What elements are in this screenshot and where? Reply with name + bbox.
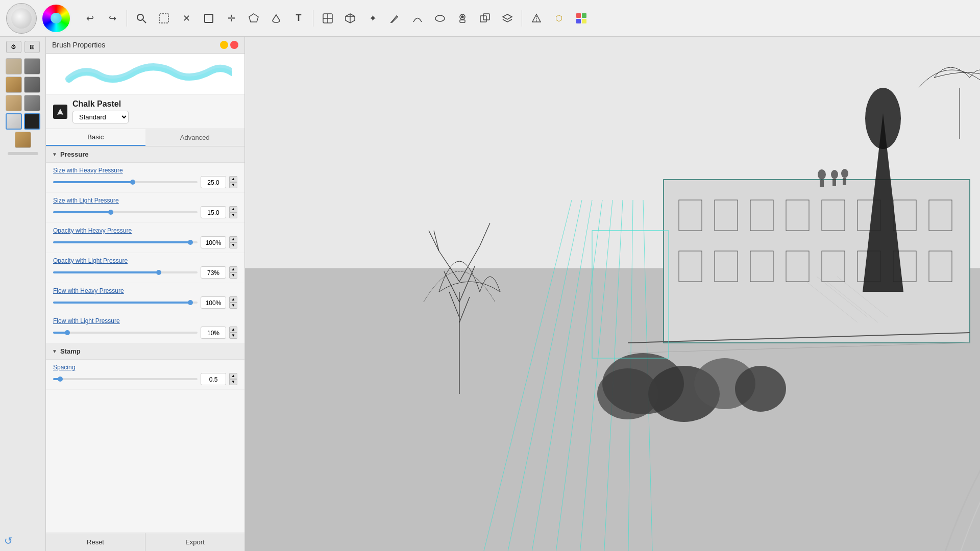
panel-scrollbar[interactable]	[8, 152, 38, 155]
color-wheel[interactable]	[41, 3, 71, 34]
svg-rect-73	[820, 180, 824, 187]
size-heavy-track[interactable]	[53, 181, 198, 183]
svg-rect-21	[582, 13, 586, 18]
flow-light-track[interactable]	[53, 332, 198, 334]
ellipse-button[interactable]	[430, 8, 450, 29]
stamp-section-header[interactable]: ▼ Stamp	[46, 343, 244, 360]
flow-heavy-track[interactable]	[53, 302, 198, 304]
color-harmony-button[interactable]: ⬡	[549, 8, 569, 29]
svg-point-66	[735, 366, 786, 412]
node-button[interactable]: ✦	[362, 8, 383, 29]
opacity-heavy-value[interactable]: 100%	[201, 236, 226, 248]
brush-1a[interactable]	[6, 58, 22, 74]
size-light-label[interactable]: Size with Light Pressure	[53, 197, 237, 204]
pen-button[interactable]	[317, 8, 338, 29]
brush-2b[interactable]	[24, 77, 40, 93]
flow-light-value[interactable]: 10%	[201, 327, 226, 339]
brush-row-4	[6, 113, 40, 130]
bucket-button[interactable]	[266, 8, 286, 29]
main-area: ⚙ ⊞ ↺ Brush Properties	[0, 37, 980, 551]
curve-button[interactable]	[407, 8, 428, 29]
svg-point-76	[841, 169, 848, 178]
export-button[interactable]: Export	[145, 533, 244, 551]
move-button[interactable]: ✛	[221, 8, 241, 29]
clone-button[interactable]	[475, 8, 495, 29]
opacity-light-track[interactable]	[53, 271, 198, 273]
flow-heavy-value[interactable]: 100%	[201, 296, 226, 309]
brush-3b[interactable]	[24, 95, 40, 111]
spacing-row: Spacing 0.5 ▲ ▼	[46, 360, 244, 390]
flow-light-down[interactable]: ▼	[229, 333, 237, 339]
opacity-light-down[interactable]: ▼	[229, 272, 237, 279]
size-heavy-label[interactable]: Size with Heavy Pressure	[53, 167, 237, 174]
deselect-button[interactable]: ✕	[176, 8, 197, 29]
undo-button[interactable]: ↩	[80, 8, 100, 29]
svg-point-67	[597, 368, 658, 419]
canvas-area[interactable]	[245, 37, 980, 551]
sync-icon[interactable]: ↺	[4, 535, 16, 547]
opacity-heavy-label[interactable]: Opacity with Heavy Pressure	[53, 227, 237, 234]
spacing-control: 0.5 ▲ ▼	[53, 373, 237, 385]
zoom-button[interactable]	[131, 8, 152, 29]
opacity-heavy-down[interactable]: ▼	[229, 242, 237, 248]
size-heavy-value[interactable]: 25.0	[201, 176, 226, 188]
tab-advanced[interactable]: Advanced	[145, 129, 245, 146]
opacity-light-label[interactable]: Opacity with Light Pressure	[53, 257, 237, 264]
layers-button[interactable]	[497, 8, 518, 29]
panel-close-button[interactable]	[230, 41, 238, 49]
brush-4b[interactable]	[24, 113, 40, 130]
text-button[interactable]: T	[288, 8, 309, 29]
opacity-heavy-track[interactable]	[53, 241, 198, 243]
size-heavy-down[interactable]: ▼	[229, 182, 237, 188]
spacing-arrows: ▲ ▼	[229, 373, 237, 385]
cube-button[interactable]	[340, 8, 360, 29]
svg-marker-17	[503, 14, 512, 19]
brush-3a[interactable]	[6, 95, 22, 111]
grid-icon[interactable]: ⊞	[24, 41, 40, 53]
svg-point-13	[461, 16, 463, 18]
select-button[interactable]	[154, 8, 174, 29]
brush-button[interactable]	[385, 8, 405, 29]
brush-4a[interactable]	[6, 113, 22, 130]
crop-button[interactable]	[199, 8, 219, 29]
size-heavy-up[interactable]: ▲	[229, 176, 237, 182]
spacing-track[interactable]	[53, 378, 198, 380]
symmetry-button[interactable]	[526, 8, 547, 29]
spacing-up[interactable]: ▲	[229, 373, 237, 379]
spacing-down[interactable]: ▼	[229, 379, 237, 385]
brush-mode-select[interactable]: Standard Multiply Screen Overlay	[72, 111, 129, 123]
brush-1b[interactable]	[24, 58, 40, 74]
stamp-button[interactable]	[452, 8, 473, 29]
flow-light-up[interactable]: ▲	[229, 327, 237, 333]
size-light-up[interactable]: ▲	[229, 206, 237, 212]
reset-button[interactable]: Reset	[46, 533, 145, 551]
flow-light-label[interactable]: Flow with Light Pressure	[53, 317, 237, 324]
size-light-value[interactable]: 15.0	[201, 206, 226, 218]
palette-button[interactable]	[571, 8, 592, 29]
brush-row-5	[15, 132, 31, 148]
opacity-heavy-control: 100% ▲ ▼	[53, 236, 237, 248]
opacity-heavy-up[interactable]: ▲	[229, 236, 237, 242]
brush-properties-panel: Brush Properties Chalk Pastel	[46, 37, 245, 551]
tab-basic[interactable]: Basic	[46, 129, 145, 146]
opacity-light-up[interactable]: ▲	[229, 266, 237, 272]
canvas-drawing[interactable]	[245, 37, 980, 551]
polygon-button[interactable]	[243, 8, 264, 29]
opacity-light-value[interactable]: 73%	[201, 266, 226, 279]
panel-minimize-button[interactable]	[220, 41, 228, 49]
size-light-track[interactable]	[53, 211, 198, 213]
brush-5a[interactable]	[15, 132, 31, 148]
flow-heavy-up[interactable]: ▲	[229, 296, 237, 303]
spacing-value[interactable]: 0.5	[201, 373, 226, 385]
pressure-section-header[interactable]: ▼ Pressure	[46, 146, 244, 163]
flow-heavy-label[interactable]: Flow with Heavy Pressure	[53, 287, 237, 294]
svg-point-72	[818, 169, 826, 180]
size-light-down[interactable]: ▼	[229, 212, 237, 218]
settings-icon[interactable]: ⚙	[6, 41, 21, 53]
flow-heavy-down[interactable]: ▼	[229, 303, 237, 309]
svg-rect-35	[664, 180, 970, 343]
opacity-heavy-thumb	[188, 240, 193, 245]
spacing-label[interactable]: Spacing	[53, 364, 237, 371]
redo-button[interactable]: ↪	[102, 8, 122, 29]
brush-2a[interactable]	[6, 77, 22, 93]
